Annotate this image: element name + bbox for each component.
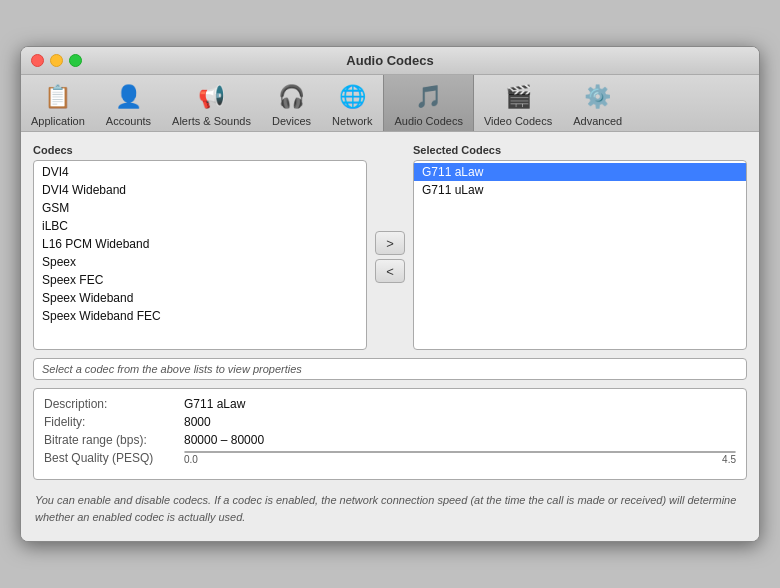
hint-text: Select a codec from the above lists to v… [42, 363, 302, 375]
list-item[interactable]: DVI4 [34, 163, 366, 181]
toolbar-label-audio-codecs: Audio Codecs [394, 115, 463, 127]
quality-row: Best Quality (PESQ) 0.0 4.5 [44, 451, 736, 467]
selected-codecs-panel: Selected Codecs G711 aLaw G711 uLaw [413, 144, 747, 350]
content-area: Codecs DVI4 DVI4 Wideband GSM iLBC L16 P… [21, 132, 759, 541]
quality-max-label: 4.5 [722, 454, 736, 465]
main-window: Audio Codecs 📋 Application 👤 Accounts 📢 … [20, 46, 760, 542]
codecs-list[interactable]: DVI4 DVI4 Wideband GSM iLBC L16 PCM Wide… [33, 160, 367, 350]
toolbar-label-advanced: Advanced [573, 115, 622, 127]
application-icon: 📋 [42, 81, 74, 113]
toolbar-label-application: Application [31, 115, 85, 127]
selected-codecs-panel-label: Selected Codecs [413, 144, 747, 156]
remove-codec-button[interactable]: < [375, 259, 405, 283]
bitrate-value: 80000 – 80000 [184, 433, 264, 447]
footer-content: You can enable and disable codecs. If a … [35, 494, 736, 523]
codecs-panel-label: Codecs [33, 144, 367, 156]
description-value: G711 aLaw [184, 397, 245, 411]
list-item[interactable]: L16 PCM Wideband [34, 235, 366, 253]
fidelity-value: 8000 [184, 415, 211, 429]
toolbar-item-video-codecs[interactable]: 🎬 Video Codecs [474, 75, 563, 131]
toolbar-item-alerts-sounds[interactable]: 📢 Alerts & Sounds [162, 75, 262, 131]
audio-codecs-icon: 🎵 [413, 81, 445, 113]
list-item[interactable]: iLBC [34, 217, 366, 235]
add-codec-button[interactable]: > [375, 231, 405, 255]
list-item[interactable]: Speex [34, 253, 366, 271]
toolbar-label-network: Network [332, 115, 372, 127]
properties-area: Description: G711 aLaw Fidelity: 8000 Bi… [33, 388, 747, 480]
bitrate-label: Bitrate range (bps): [44, 433, 184, 447]
quality-bar-wrapper: 0.0 4.5 [184, 451, 736, 465]
list-item[interactable]: GSM [34, 199, 366, 217]
quality-bar-container [184, 451, 736, 453]
list-item[interactable]: DVI4 Wideband [34, 181, 366, 199]
toolbar-item-network[interactable]: 🌐 Network [322, 75, 383, 131]
hint-bar: Select a codec from the above lists to v… [33, 358, 747, 380]
alerts-sounds-icon: 📢 [196, 81, 228, 113]
devices-icon: 🎧 [276, 81, 308, 113]
transfer-buttons: > < [375, 144, 405, 350]
window-controls [31, 54, 82, 67]
selected-codecs-list[interactable]: G711 aLaw G711 uLaw [413, 160, 747, 350]
window-title: Audio Codecs [346, 53, 433, 68]
maximize-button[interactable] [69, 54, 82, 67]
list-item[interactable]: Speex Wideband FEC [34, 307, 366, 325]
toolbar-item-application[interactable]: 📋 Application [21, 75, 96, 131]
fidelity-label: Fidelity: [44, 415, 184, 429]
toolbar-item-audio-codecs[interactable]: 🎵 Audio Codecs [383, 75, 474, 131]
quality-bar-labels: 0.0 4.5 [184, 454, 736, 465]
list-item[interactable]: G711 aLaw [414, 163, 746, 181]
toolbar: 📋 Application 👤 Accounts 📢 Alerts & Soun… [21, 75, 759, 132]
list-item[interactable]: G711 uLaw [414, 181, 746, 199]
network-icon: 🌐 [336, 81, 368, 113]
toolbar-label-video-codecs: Video Codecs [484, 115, 552, 127]
close-button[interactable] [31, 54, 44, 67]
toolbar-item-accounts[interactable]: 👤 Accounts [96, 75, 162, 131]
video-codecs-icon: 🎬 [502, 81, 534, 113]
toolbar-label-accounts: Accounts [106, 115, 151, 127]
toolbar-item-devices[interactable]: 🎧 Devices [262, 75, 322, 131]
fidelity-row: Fidelity: 8000 [44, 415, 736, 429]
toolbar-label-devices: Devices [272, 115, 311, 127]
description-row: Description: G711 aLaw [44, 397, 736, 411]
list-item[interactable]: Speex Wideband [34, 289, 366, 307]
codecs-area: Codecs DVI4 DVI4 Wideband GSM iLBC L16 P… [33, 144, 747, 350]
toolbar-label-alerts-sounds: Alerts & Sounds [172, 115, 251, 127]
footer-text: You can enable and disable codecs. If a … [33, 488, 747, 529]
advanced-icon: ⚙️ [582, 81, 614, 113]
quality-label: Best Quality (PESQ) [44, 451, 184, 465]
accounts-icon: 👤 [112, 81, 144, 113]
codecs-panel: Codecs DVI4 DVI4 Wideband GSM iLBC L16 P… [33, 144, 367, 350]
title-bar: Audio Codecs [21, 47, 759, 75]
minimize-button[interactable] [50, 54, 63, 67]
description-label: Description: [44, 397, 184, 411]
list-item[interactable]: Speex FEC [34, 271, 366, 289]
toolbar-item-advanced[interactable]: ⚙️ Advanced [563, 75, 633, 131]
bitrate-row: Bitrate range (bps): 80000 – 80000 [44, 433, 736, 447]
quality-min-label: 0.0 [184, 454, 198, 465]
